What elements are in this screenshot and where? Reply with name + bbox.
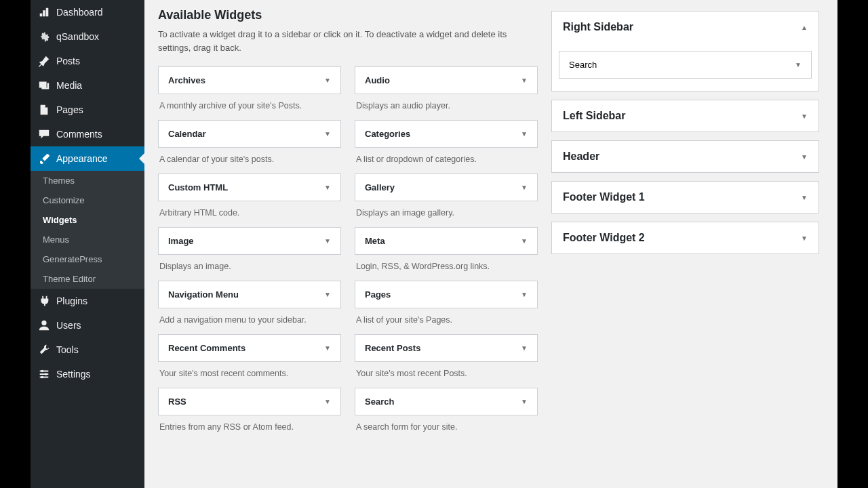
widget-desc: A calendar of your site's posts.	[158, 155, 341, 164]
widget-rss[interactable]: RSS▼	[158, 388, 341, 415]
chevron-down-icon: ▼	[324, 344, 331, 352]
widget-cell: Gallery▼Displays an image gallery.	[355, 174, 538, 218]
widget-desc: Entries from any RSS or Atom feed.	[158, 422, 341, 432]
svg-point-1	[41, 370, 44, 373]
widget-categories[interactable]: Categories▼	[355, 120, 538, 148]
widget-cell: Recent Comments▼Your site's most recent …	[158, 334, 341, 378]
widget-cell: Navigation Menu▼Add a navigation menu to…	[158, 281, 341, 325]
subnav-generatepress[interactable]: GeneratePress	[31, 249, 144, 269]
widget-label: Archives	[168, 75, 205, 85]
nav-plugins[interactable]: Plugins	[31, 289, 144, 313]
subnav-menus[interactable]: Menus	[31, 230, 144, 249]
subnav-themes[interactable]: Themes	[31, 171, 144, 190]
widget-cell: Search▼A search form for your site.	[355, 388, 538, 432]
nav-label: Appearance	[56, 153, 108, 164]
nav-users[interactable]: Users	[31, 313, 144, 338]
widget-cell: Meta▼Login, RSS, & WordPress.org links.	[355, 227, 538, 271]
area-head-footer2[interactable]: Footer Widget 2 ▼	[552, 222, 818, 253]
widget-cell: Custom HTML▼Arbitrary HTML code.	[158, 174, 341, 218]
svg-point-2	[45, 373, 47, 375]
widget-recent-comments[interactable]: Recent Comments▼	[158, 334, 341, 362]
widget-cell: Pages▼A list of your site's Pages.	[355, 281, 538, 325]
subnav-widgets[interactable]: Widgets	[31, 210, 144, 230]
nav-settings[interactable]: Settings	[31, 362, 144, 386]
widget-label: Categories	[365, 129, 410, 139]
widget-desc: A list or dropdown of categories.	[355, 155, 538, 164]
area-head-right-sidebar[interactable]: Right Sidebar ▲	[552, 12, 818, 43]
chevron-down-icon: ▼	[324, 398, 331, 405]
widget-label: Navigation Menu	[168, 289, 239, 300]
widget-cell: Categories▼A list or dropdown of categor…	[355, 120, 538, 164]
widget-desc: Displays an audio player.	[355, 101, 538, 110]
widget-label: Custom HTML	[168, 182, 228, 192]
area-head-header[interactable]: Header ▼	[552, 141, 818, 172]
nav-label: Comments	[56, 129, 102, 140]
pin-icon	[37, 54, 51, 68]
chevron-up-icon: ▲	[801, 24, 808, 31]
nav-label: Tools	[56, 344, 79, 355]
area-head-footer1[interactable]: Footer Widget 1 ▼	[552, 182, 818, 213]
widget-image[interactable]: Image▼	[158, 227, 341, 255]
widget-label: RSS	[168, 396, 186, 407]
svg-point-0	[41, 321, 46, 325]
widget-desc: Your site's most recent Posts.	[355, 369, 538, 378]
widget-calendar[interactable]: Calendar▼	[158, 120, 341, 148]
gear-icon	[37, 30, 51, 43]
placed-widget-label: Search	[569, 60, 597, 70]
nav-label: Dashboard	[56, 7, 103, 18]
widget-audio[interactable]: Audio▼	[355, 66, 538, 94]
widget-archives[interactable]: Archives▼	[158, 66, 341, 94]
main-content: Available Widgets To activate a widget d…	[144, 0, 837, 488]
area-header: Header ▼	[551, 140, 819, 173]
widget-recent-posts[interactable]: Recent Posts▼	[355, 334, 538, 362]
area-footer1: Footer Widget 1 ▼	[551, 181, 819, 214]
chevron-down-icon: ▼	[801, 235, 808, 242]
widget-navigation-menu[interactable]: Navigation Menu▼	[158, 281, 341, 308]
nav-dashboard[interactable]: Dashboard	[31, 0, 144, 24]
widget-label: Meta	[365, 236, 385, 246]
widget-pages[interactable]: Pages▼	[355, 281, 538, 308]
nav-label: qSandbox	[56, 31, 99, 42]
sliders-icon	[37, 367, 51, 381]
area-footer2: Footer Widget 2 ▼	[551, 222, 819, 254]
nav-media[interactable]: Media	[31, 73, 144, 98]
widget-grid: Archives▼A monthly archive of your site'…	[158, 66, 538, 432]
appearance-submenu: Themes Customize Widgets Menus GenerateP…	[31, 171, 144, 289]
brush-icon	[37, 152, 51, 165]
available-widgets-title: Available Widgets	[158, 8, 538, 22]
subnav-customize[interactable]: Customize	[31, 190, 144, 210]
chevron-down-icon: ▼	[521, 184, 528, 191]
nav-qsandbox[interactable]: qSandbox	[31, 24, 144, 49]
widget-cell: Archives▼A monthly archive of your site'…	[158, 66, 341, 110]
widget-custom-html[interactable]: Custom HTML▼	[158, 174, 341, 201]
widget-label: Recent Comments	[168, 343, 245, 353]
nav-label: Plugins	[56, 296, 87, 306]
admin-sidebar: Dashboard qSandbox Posts Media Pages Com…	[31, 0, 144, 488]
widget-label: Audio	[365, 75, 390, 85]
page-icon	[37, 103, 51, 117]
widget-search[interactable]: Search▼	[355, 388, 538, 415]
chevron-down-icon: ▼	[521, 237, 528, 245]
chevron-down-icon: ▼	[324, 237, 331, 245]
area-head-left-sidebar[interactable]: Left Sidebar ▼	[552, 100, 818, 131]
subnav-theme-editor[interactable]: Theme Editor	[31, 269, 144, 289]
widget-label: Image	[168, 236, 194, 246]
nav-pages[interactable]: Pages	[31, 98, 144, 122]
widget-desc: A list of your site's Pages.	[355, 315, 538, 325]
nav-appearance[interactable]: Appearance	[31, 146, 144, 171]
widget-gallery[interactable]: Gallery▼	[355, 174, 538, 201]
nav-label: Media	[56, 80, 82, 91]
nav-tools[interactable]: Tools	[31, 338, 144, 362]
area-title: Header	[563, 150, 599, 163]
widget-meta[interactable]: Meta▼	[355, 227, 538, 255]
placed-widget-search[interactable]: Search ▼	[559, 51, 812, 79]
nav-posts[interactable]: Posts	[31, 49, 144, 73]
chevron-down-icon: ▼	[795, 61, 802, 68]
widget-label: Recent Posts	[365, 343, 420, 353]
chevron-down-icon: ▼	[521, 344, 528, 352]
available-widgets-col: Available Widgets To activate a widget d…	[158, 0, 538, 474]
nav-comments[interactable]: Comments	[31, 122, 144, 146]
dashboard-icon	[37, 5, 51, 19]
chevron-down-icon: ▼	[521, 398, 528, 405]
widget-label: Search	[365, 396, 394, 407]
